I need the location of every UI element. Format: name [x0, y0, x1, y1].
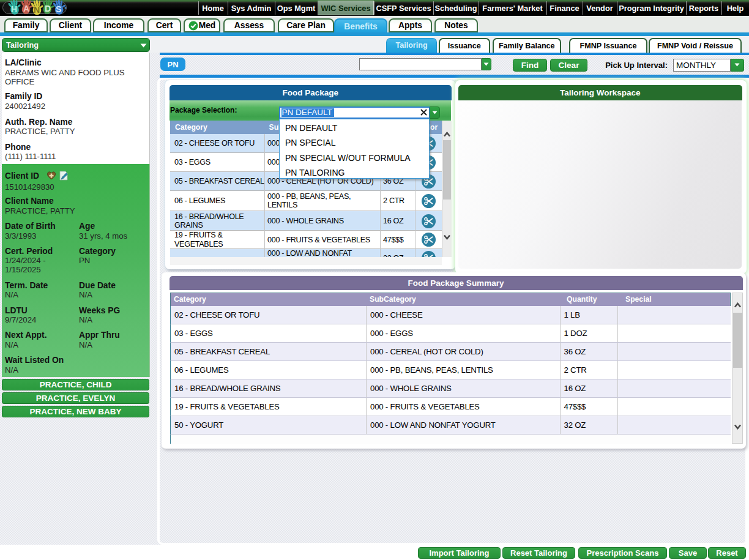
svg-text:A: A [23, 4, 29, 13]
svg-text:S: S [56, 4, 61, 14]
svg-text:D: D [45, 4, 51, 13]
svg-text:H: H [11, 4, 17, 14]
svg-text:N: N [34, 5, 40, 15]
